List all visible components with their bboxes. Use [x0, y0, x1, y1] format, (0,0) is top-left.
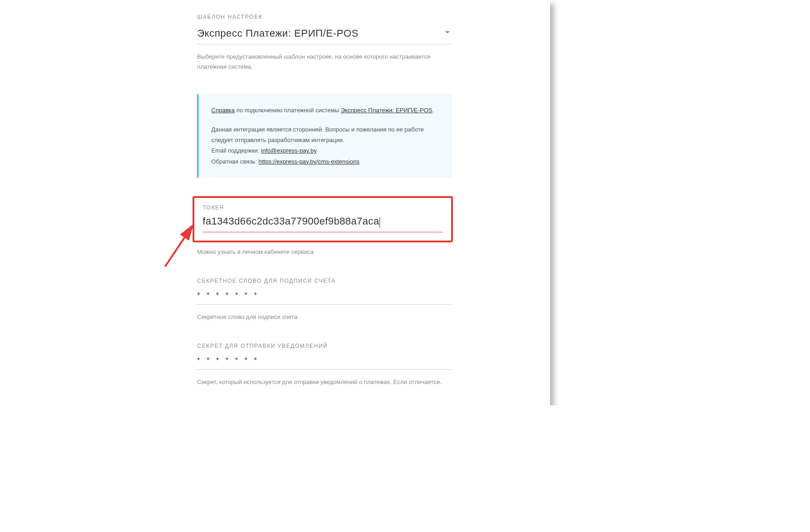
token-field-highlight: ТОКЕН fa1343d66c2dc33a77900ef9b88a7aca — [193, 196, 453, 242]
text-cursor — [380, 217, 380, 228]
system-link[interactable]: Экспресс Платежи: ЕРИП/E-POS — [341, 107, 432, 114]
secret-notify-hint: Секрет, который используется для отправк… — [197, 377, 452, 387]
template-hint: Выберите предустановленный шаблон настро… — [197, 52, 452, 72]
settings-form: ШАБЛОН НАСТРОЕК Экспресс Платежи: ЕРИП/E… — [0, 0, 550, 406]
support-email-link[interactable]: info@express-pay.by — [261, 147, 317, 154]
secret-notify-label: СЕКРЕТ ДЛЯ ОТПРАВКИ УВЕДОМЛЕНИЙ — [197, 343, 452, 349]
secret-notify-input[interactable]: * * * * * * * — [197, 354, 452, 370]
info-panel: Справка по подключению платежной системы… — [197, 94, 452, 178]
token-value: fa1343d66c2dc33a77900ef9b88a7aca — [203, 215, 379, 227]
template-value: Экспресс Платежи: ЕРИП/E-POS — [197, 27, 358, 39]
secret-invoice-hint: Секретное слово для подписи счета — [197, 312, 452, 322]
info-integration-text: Данная интеграция является сторонней. Во… — [211, 124, 439, 146]
template-select[interactable]: Экспресс Платежи: ЕРИП/E-POS — [197, 25, 452, 44]
feedback-link[interactable]: https://express-pay.by/cms-extensions — [259, 158, 359, 165]
help-link[interactable]: Справка — [211, 107, 235, 114]
secret-invoice-input[interactable]: * * * * * * * — [197, 289, 452, 305]
chevron-down-icon — [445, 31, 450, 33]
secret-invoice-value: * * * * * * * — [197, 291, 259, 299]
token-label: ТОКЕН — [203, 204, 443, 211]
token-hint: Можно узнать в личном кабинете сервиса — [197, 247, 452, 257]
template-field: ШАБЛОН НАСТРОЕК Экспресс Платежи: ЕРИП/E… — [197, 14, 452, 72]
template-label: ШАБЛОН НАСТРОЕК — [197, 14, 452, 20]
secret-notify-field: СЕКРЕТ ДЛЯ ОТПРАВКИ УВЕДОМЛЕНИЙ * * * * … — [197, 343, 452, 387]
svg-line-1 — [165, 225, 193, 267]
token-input[interactable]: fa1343d66c2dc33a77900ef9b88a7aca — [203, 214, 443, 232]
secret-invoice-label: СЕКРЕТНОЕ СЛОВО ДЛЯ ПОДПИСИ СЧЕТА — [197, 278, 452, 284]
secret-notify-value: * * * * * * * — [197, 356, 259, 364]
secret-invoice-field: СЕКРЕТНОЕ СЛОВО ДЛЯ ПОДПИСИ СЧЕТА * * * … — [197, 278, 452, 322]
